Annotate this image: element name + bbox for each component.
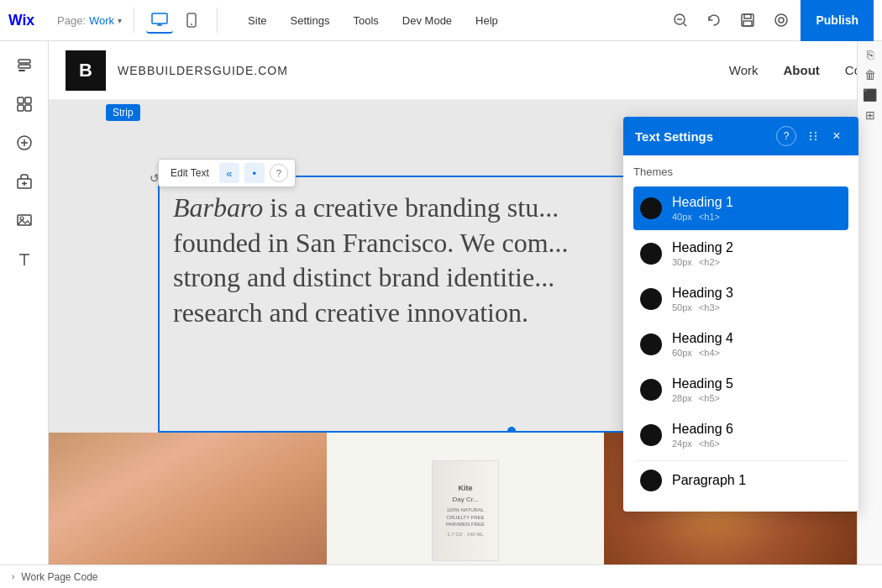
right-panel: ⎘ 🗑 ⬛ ⊞	[857, 41, 882, 588]
undo-icon[interactable]	[701, 8, 727, 33]
right-copy-icon[interactable]: ⎘	[867, 48, 874, 61]
theme-info: Paragraph 1	[672, 473, 842, 488]
panel-close-icon[interactable]: ×	[827, 126, 847, 146]
svg-rect-17	[18, 97, 24, 103]
settings-nav-item[interactable]: Settings	[281, 9, 340, 32]
app-icon[interactable]	[7, 164, 42, 199]
theme-info: Heading 1 40px <h1>	[672, 195, 842, 222]
status-left: › Work Page Code	[12, 571, 98, 583]
product-box: Kite Day Cr... 100% NATURALCRUELTY FREEP…	[432, 460, 499, 561]
save-icon[interactable]	[735, 8, 760, 33]
theme-heading5[interactable]: Heading 5 28px <h5>	[633, 368, 848, 412]
theme-dot	[640, 333, 662, 355]
zoom-out-icon[interactable]	[668, 8, 693, 33]
pages-icon[interactable]	[7, 48, 42, 83]
preview-icon[interactable]	[769, 8, 794, 33]
svg-point-12	[775, 14, 787, 26]
svg-point-35	[815, 135, 816, 137]
theme-heading3[interactable]: Heading 3 50px <h3>	[633, 277, 848, 321]
theme-paragraph1[interactable]: Paragraph 1	[633, 460, 848, 500]
theme-size: 28px	[672, 393, 692, 403]
text-icon[interactable]	[7, 241, 42, 276]
theme-meta: 60px <h4>	[672, 348, 842, 358]
strip-badge[interactable]: Strip	[106, 104, 140, 121]
text-style-icon[interactable]: «	[219, 163, 239, 183]
theme-dot	[640, 424, 662, 446]
theme-meta: 50px <h3>	[672, 302, 842, 312]
site-domain: WEBBUILDERSGUIDE.COM	[118, 64, 288, 77]
theme-tag: <h4>	[699, 348, 720, 358]
left-toolbar	[0, 41, 49, 588]
svg-point-13	[779, 18, 784, 23]
theme-tag: <h3>	[699, 302, 720, 312]
panel-title: Text Settings	[635, 129, 713, 144]
theme-size: 50px	[672, 302, 692, 312]
design-icon[interactable]	[7, 87, 42, 122]
product-brand: Kite	[458, 484, 472, 492]
status-bar: › Work Page Code	[0, 564, 882, 588]
site-logo: B	[66, 50, 106, 91]
svg-rect-14	[18, 60, 30, 63]
right-grid-icon[interactable]: ⊞	[865, 108, 875, 122]
help-nav-item[interactable]: Help	[465, 9, 508, 32]
right-delete-icon[interactable]: 🗑	[864, 68, 876, 81]
theme-dot	[640, 288, 662, 310]
add-icon[interactable]	[7, 125, 42, 160]
theme-name: Heading 1	[672, 195, 842, 210]
site-nav-about[interactable]: About	[784, 63, 820, 77]
panel-help-icon[interactable]: ?	[776, 126, 796, 146]
svg-point-32	[810, 135, 811, 137]
theme-dot	[640, 379, 662, 401]
theme-heading6[interactable]: Heading 6 24px <h6>	[633, 413, 848, 457]
theme-heading4[interactable]: Heading 4 60px <h4>	[633, 323, 848, 366]
site-nav-item[interactable]: Site	[238, 9, 276, 32]
svg-rect-1	[152, 13, 167, 24]
text-settings-panel: Text Settings ? × Themes Heading 1 40px …	[623, 117, 858, 512]
theme-name: Heading 3	[672, 286, 842, 301]
page-chevron-icon: ▾	[118, 16, 122, 25]
publish-button[interactable]: Publish	[801, 0, 874, 41]
strip-label-container: Strip	[106, 104, 140, 119]
panel-body: Themes Heading 1 40px <h1> Heading 2	[623, 155, 858, 512]
edit-text-button[interactable]: Edit Text	[165, 165, 214, 181]
theme-name: Paragraph 1	[672, 473, 842, 488]
help-icon[interactable]: ?	[270, 164, 288, 182]
panel-drag-icon[interactable]	[806, 129, 820, 143]
theme-dot	[640, 197, 662, 219]
mobile-view-icon[interactable]	[178, 7, 205, 34]
svg-point-36	[815, 139, 816, 140]
theme-meta: 28px <h5>	[672, 393, 842, 403]
page-label: Page:	[57, 14, 86, 27]
desktop-view-icon[interactable]	[146, 7, 173, 34]
site-nav-work[interactable]: Work	[729, 63, 759, 77]
theme-info: Heading 6 24px <h6>	[672, 422, 842, 449]
svg-point-31	[810, 132, 811, 134]
devmode-nav-item[interactable]: Dev Mode	[392, 9, 462, 32]
svg-point-33	[810, 139, 811, 140]
right-layers-icon[interactable]: ⬛	[863, 88, 877, 102]
page-indicator[interactable]: Page: Work ▾	[57, 14, 122, 27]
theme-heading1[interactable]: Heading 1 40px <h1>	[633, 186, 848, 230]
theme-size: 24px	[672, 438, 692, 449]
page-name: Work	[89, 14, 114, 27]
theme-name: Heading 5	[672, 376, 842, 391]
tools-nav-item[interactable]: Tools	[343, 9, 388, 32]
product-size: 1.7 OZ · 140 ML	[447, 532, 483, 537]
media-icon[interactable]	[7, 202, 42, 238]
top-right-icons	[668, 8, 794, 33]
text-dot-icon[interactable]: •	[244, 163, 265, 183]
main-area: B WEBBUILDERSGUIDE.COM Work About Cor St…	[0, 41, 882, 588]
brand-name: Barbaro	[173, 192, 263, 223]
theme-size: 60px	[672, 348, 692, 358]
theme-tag: <h2>	[699, 257, 720, 267]
theme-heading2[interactable]: Heading 2 30px <h2>	[633, 232, 848, 276]
svg-text:Wix: Wix	[8, 12, 34, 29]
theme-meta: 30px <h2>	[672, 257, 842, 267]
theme-size: 30px	[672, 257, 692, 267]
svg-line-8	[684, 24, 686, 26]
theme-size: 40px	[672, 212, 692, 222]
theme-name: Heading 4	[672, 331, 842, 346]
panel-header: Text Settings ? ×	[623, 117, 858, 155]
theme-info: Heading 2 30px <h2>	[672, 240, 842, 267]
status-chevron-icon[interactable]: ›	[12, 572, 14, 581]
